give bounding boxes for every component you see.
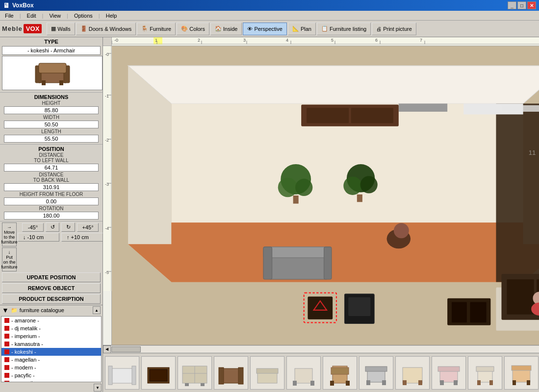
thumb-10[interactable]	[432, 356, 466, 390]
close-button[interactable]: ✕	[527, 1, 536, 9]
tree-item-pacyfic[interactable]: - pacyfic -	[1, 371, 101, 379]
menu-options[interactable]: Options	[71, 12, 96, 20]
svg-rect-119	[454, 380, 458, 385]
move-controls: ↓ -10 cm ↑ +10 cm	[18, 233, 103, 242]
svg-rect-123	[489, 380, 493, 385]
listing-icon: 📋	[321, 25, 328, 32]
rotation-controls: -45° ↺ ↻ +45°	[18, 222, 103, 232]
svg-rect-107	[346, 381, 350, 386]
thumb-8[interactable]	[359, 356, 393, 390]
dimensions-section: DIMENSIONS HEIGHT 85.80 WIDTH 50.50 LENG…	[0, 92, 103, 144]
remove-object-btn[interactable]: REMOVE OBJECT	[2, 283, 101, 293]
tree-item-amarone[interactable]: - amarone -	[1, 317, 101, 324]
ruler-svg: -0 1 2 3 4 5 6 7	[112, 37, 539, 45]
perspective-icon: 👁	[247, 26, 253, 32]
viewport-container: -0 -1 -2 -3 -4 -5	[103, 46, 539, 345]
thumb-5[interactable]	[250, 356, 284, 390]
thumb-4[interactable]	[214, 356, 248, 390]
thumb-2[interactable]	[141, 356, 176, 390]
walls-icon: ▦	[51, 25, 56, 32]
scroll-up-btn[interactable]: ▲	[93, 306, 101, 314]
update-position-btn[interactable]: UPDATE POSITION	[2, 272, 101, 282]
menu-file[interactable]: File	[2, 12, 17, 20]
item-color-amarone	[4, 318, 9, 323]
move-pos-btn[interactable]: ↑ +10 cm	[61, 233, 103, 242]
move-furniture-btn[interactable]: → Moveto thefurniture	[2, 222, 17, 246]
tree-item-modern[interactable]: - modern -	[1, 364, 101, 371]
tb-walls[interactable]: ▦ Walls	[47, 23, 75, 35]
tree-item-kamasutra[interactable]: - kamasutra -	[1, 340, 101, 348]
menu-view[interactable]: View	[46, 12, 64, 20]
tb-colors[interactable]: 🎨 Colors	[177, 23, 209, 35]
svg-rect-44	[171, 222, 523, 282]
svg-rect-110	[365, 367, 387, 371]
3d-viewport[interactable]: 11	[112, 46, 539, 345]
move-up-icon: ↑	[67, 234, 70, 240]
scroll-left-viewport[interactable]: ◀	[103, 345, 111, 353]
catalogue-header: ▼ 📁 furniture catalogue ▲	[0, 305, 103, 315]
thumb-1[interactable]	[105, 356, 139, 390]
thumb-6[interactable]	[286, 356, 321, 390]
svg-point-52	[278, 178, 298, 197]
doors-icon: 🚪	[80, 25, 87, 32]
menu-edit[interactable]: Edit	[24, 12, 39, 20]
type-section: TYPE - kokeshi - Armchair	[0, 37, 103, 92]
viewport-h-scrollbar[interactable]: ◀ ▶	[103, 345, 539, 353]
rotate-cw-btn[interactable]: ↻	[61, 222, 75, 232]
svg-point-53	[295, 179, 312, 196]
svg-rect-75	[507, 279, 534, 315]
svg-text:-0: -0	[105, 52, 109, 57]
left-ruler-svg: -0 -1 -2 -3 -4 -5	[103, 46, 112, 291]
collapse-icon[interactable]: ▼	[2, 306, 9, 314]
menu-help[interactable]: Help	[103, 12, 120, 20]
rotate-pos-btn[interactable]: +45°	[77, 223, 99, 232]
svg-rect-111	[366, 380, 370, 385]
tree-item-dj[interactable]: - dj metalik -	[1, 324, 101, 332]
svg-text:6: 6	[375, 38, 378, 43]
tb-doors[interactable]: 🚪 Doors & Windows	[76, 23, 136, 35]
logo-vox: VOX	[24, 24, 42, 33]
tree-item-kokeshi[interactable]: - kokeshi -	[1, 348, 101, 356]
h-scroll-thumb[interactable]	[111, 346, 141, 352]
tb-perspective[interactable]: 👁 Perspective	[243, 23, 286, 35]
thumb-11[interactable]	[468, 356, 502, 390]
svg-rect-47	[399, 103, 447, 112]
item-color-imperium	[4, 334, 9, 339]
thumb-3[interactable]	[178, 356, 212, 390]
window-title: VoxBox	[12, 2, 34, 9]
tree-item-romantic[interactable]: - romantic -	[1, 379, 101, 382]
maximize-button[interactable]: □	[517, 1, 526, 9]
tb-print[interactable]: 🖨 Print picture	[372, 23, 416, 35]
tb-inside[interactable]: 🏠 Inside	[210, 23, 242, 35]
tb-furniture[interactable]: 🪑 Furniture	[137, 23, 176, 35]
move-label: Moveto thefurniture	[1, 230, 17, 245]
minimize-button[interactable]: _	[508, 1, 516, 9]
svg-text:3: 3	[243, 38, 246, 43]
top-ruler: -0 1 2 3 4 5 6 7	[103, 37, 539, 46]
svg-rect-101	[257, 368, 278, 373]
tree-item-magellan[interactable]: - magellan -	[1, 356, 101, 364]
thumb-9[interactable]	[395, 356, 430, 390]
move-neg-btn[interactable]: ↓ -10 cm	[18, 233, 59, 242]
height-floor-value: 0.00	[4, 197, 99, 205]
svg-rect-122	[477, 380, 481, 385]
svg-rect-54	[293, 196, 299, 204]
svg-rect-96	[201, 383, 205, 386]
h-scroll-track[interactable]	[111, 346, 539, 353]
thumb-7[interactable]	[323, 356, 357, 390]
tree-item-imperium[interactable]: - imperium -	[1, 332, 101, 340]
svg-text:4: 4	[286, 38, 288, 43]
thumb-12[interactable]	[504, 356, 539, 390]
height-value: 85.80	[4, 106, 99, 114]
plan-icon: 📐	[292, 25, 299, 32]
scroll-down-btn[interactable]: ▼	[94, 384, 102, 392]
product-description-btn[interactable]: PRODUCT DESCRIPTION	[2, 294, 101, 304]
tb-listing[interactable]: 📋 Furniture listing	[317, 23, 371, 35]
rotate-ccw-btn[interactable]: ↺	[46, 222, 59, 232]
rotate-neg-btn[interactable]: -45°	[22, 223, 44, 232]
put-furniture-btn[interactable]: ↓ Puton thefurniture	[2, 247, 17, 271]
svg-point-63	[394, 223, 409, 238]
tb-plan[interactable]: 📐 Plan	[288, 23, 316, 35]
colors-icon: 🎨	[181, 25, 188, 32]
logo-meble: Meble	[2, 25, 23, 32]
